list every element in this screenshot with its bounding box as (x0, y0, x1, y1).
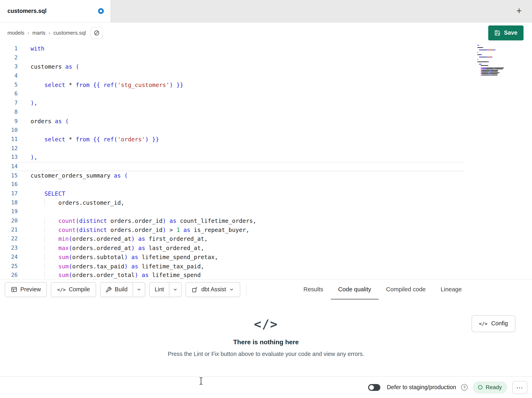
lint-button[interactable]: Lint (150, 282, 169, 297)
code-line-text[interactable] (18, 144, 31, 153)
code-line[interactable]: 17 SELECT (0, 189, 477, 198)
code-line-text[interactable]: orders.customer_id, (18, 198, 124, 207)
code-line-text[interactable]: customer_orders_summary as ( (18, 171, 128, 180)
code-line[interactable]: 9orders as ( (0, 117, 477, 126)
new-tab-button[interactable]: + (514, 6, 525, 17)
ready-label: Ready (486, 384, 502, 391)
tab-customers-sql[interactable]: customers.sql (0, 0, 111, 22)
breadcrumb-item-models[interactable]: models (7, 30, 24, 36)
code-line-text[interactable] (18, 53, 31, 62)
code-line[interactable]: 11 select * from {{ ref('orders') }} (0, 135, 477, 144)
tab-results[interactable]: Results (296, 279, 331, 300)
line-number: 23 (0, 244, 18, 253)
code-line[interactable]: 10 (0, 126, 477, 135)
code-line-text[interactable]: sum(orders.order_total) as lifetime_spen… (18, 271, 201, 279)
minimap[interactable] (477, 45, 508, 92)
code-line-text[interactable]: max(orders.ordered_at) as last_ordered_a… (18, 244, 204, 253)
code-line[interactable]: 15customer_orders_summary as ( (0, 171, 477, 180)
chevron-down-icon (229, 287, 234, 292)
build-button[interactable]: Build (101, 282, 133, 297)
code-line[interactable]: 18 orders.customer_id, (0, 198, 477, 207)
code-line-text[interactable]: ), (18, 98, 38, 107)
breadcrumb-separator: › (28, 30, 29, 36)
tab-compiled-code[interactable]: Compiled code (379, 279, 433, 300)
code-line[interactable]: 25 sum(orders.tax_paid) as lifetime_tax_… (0, 262, 477, 271)
overflow-menu-button[interactable]: ⋯ (512, 381, 527, 394)
line-number: 20 (0, 216, 18, 225)
compile-label: Compile (69, 286, 90, 293)
compile-button[interactable]: </> Compile (51, 282, 96, 297)
code-line-text[interactable]: sum(orders.subtotal) as lifetime_spend_p… (18, 253, 218, 262)
breadcrumb-item-customers-sql[interactable]: customers.sql (53, 30, 86, 36)
code-line[interactable]: 22 min(orders.ordered_at) as first_order… (0, 235, 477, 244)
code-line[interactable]: 6 (0, 89, 477, 98)
code-line[interactable]: 19 (0, 207, 477, 216)
toggle-knob (369, 385, 374, 390)
preview-label: Preview (20, 286, 41, 293)
code-line-text[interactable]: min(orders.ordered_at) as first_ordered_… (18, 235, 208, 244)
defer-toggle[interactable] (368, 384, 380, 391)
circle-slash-icon (94, 30, 100, 36)
lint-button-group: Lint (149, 282, 182, 297)
line-number: 24 (0, 253, 18, 262)
code-line-text[interactable]: SELECT (18, 189, 65, 198)
help-icon[interactable]: ? (461, 384, 468, 391)
code-line-text[interactable]: ), (18, 153, 38, 162)
save-button[interactable]: Save (488, 26, 524, 40)
code-line-text[interactable]: with (18, 44, 44, 53)
code-line-text[interactable] (18, 89, 31, 98)
code-line[interactable]: 7), (0, 98, 477, 107)
code-line-text[interactable]: customers as ( (18, 62, 79, 71)
tab-lineage[interactable]: Lineage (433, 279, 469, 300)
defer-label: Defer to staging/production (387, 384, 456, 391)
code-line-text[interactable]: orders as ( (18, 117, 69, 126)
code-line-text[interactable]: count(distinct orders.order_id) > 1 as i… (18, 225, 249, 235)
code-line-text[interactable] (18, 162, 464, 171)
code-line-text[interactable] (18, 107, 31, 117)
breadcrumb-item-marts[interactable]: marts (32, 30, 45, 36)
code-editor[interactable]: 1with23customers as (45 select * from {{… (0, 44, 532, 279)
code-line[interactable]: 2 (0, 53, 477, 62)
code-line[interactable]: 21 count(distinct orders.order_id) > 1 a… (0, 225, 477, 235)
line-number: 19 (0, 207, 18, 216)
code-line-text[interactable]: select * from {{ ref('stg_customers') }} (18, 80, 184, 89)
line-number: 14 (0, 162, 18, 171)
code-line[interactable]: 26 sum(orders.order_total) as lifetime_s… (0, 271, 477, 279)
tab-code-quality[interactable]: Code quality (331, 279, 379, 300)
code-line[interactable]: 8 (0, 107, 477, 117)
build-dropdown-button[interactable] (133, 282, 145, 297)
code-line-text[interactable]: count(distinct orders.order_id) as count… (18, 216, 256, 225)
lint-dropdown-button[interactable] (169, 282, 181, 297)
build-button-group: Build (100, 282, 145, 297)
code-line[interactable]: 1with (0, 44, 477, 53)
wrench-icon (106, 287, 112, 293)
line-number: 22 (0, 235, 18, 244)
line-number: 25 (0, 262, 18, 271)
empty-state-title: There is nothing here (0, 339, 532, 346)
code-line[interactable]: 23 max(orders.ordered_at) as last_ordere… (0, 244, 477, 253)
chevron-down-icon (136, 287, 141, 292)
code-line[interactable]: 20 count(distinct orders.order_id) as co… (0, 216, 477, 225)
code-line[interactable]: 16 (0, 180, 477, 189)
code-line-text[interactable] (18, 126, 31, 135)
code-line[interactable]: 13), (0, 153, 477, 162)
tab-lineage-label: Lineage (441, 286, 462, 293)
preview-button[interactable]: Preview (5, 282, 47, 297)
ready-status-badge[interactable]: Ready (473, 381, 507, 394)
dbt-assist-button[interactable]: dbt Assist (186, 282, 240, 297)
code-line[interactable]: 3customers as ( (0, 62, 477, 71)
code-line-text[interactable]: sum(orders.tax_paid) as lifetime_tax_pai… (18, 262, 204, 271)
code-line-text[interactable] (18, 71, 31, 80)
code-line[interactable]: 14 (0, 162, 477, 171)
code-line-text[interactable] (18, 180, 31, 189)
code-line[interactable]: 24 sum(orders.subtotal) as lifetime_spen… (0, 253, 477, 262)
code-line[interactable]: 5 select * from {{ ref('stg_customers') … (0, 80, 477, 89)
line-number: 8 (0, 107, 18, 117)
line-number: 9 (0, 117, 18, 126)
code-line[interactable]: 12 (0, 144, 477, 153)
code-line-text[interactable]: select * from {{ ref('orders') }} (18, 135, 159, 144)
line-number: 5 (0, 80, 18, 89)
code-line-text[interactable] (18, 207, 31, 216)
code-line[interactable]: 4 (0, 71, 477, 80)
file-indicator-button[interactable] (90, 27, 103, 39)
